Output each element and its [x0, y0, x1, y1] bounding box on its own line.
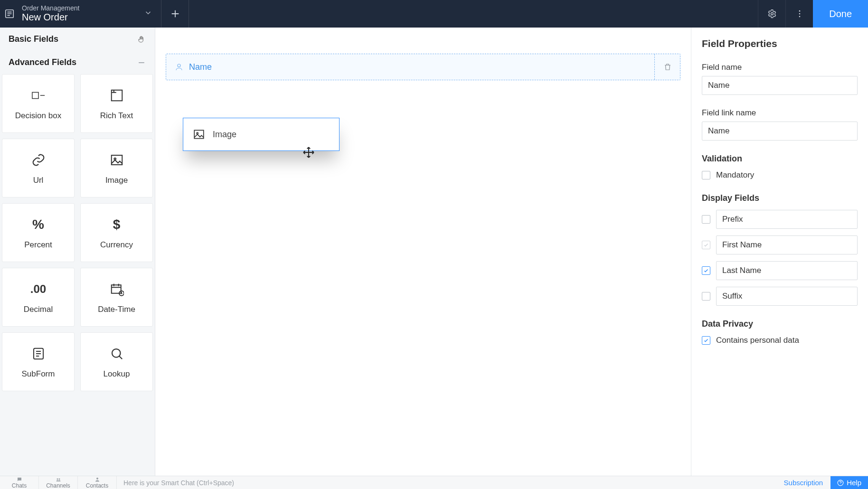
svg-point-1 — [771, 13, 773, 15]
topbar: Order Management New Order Done — [0, 0, 868, 28]
firstname-input[interactable] — [716, 235, 858, 254]
suffix-input[interactable] — [716, 287, 858, 306]
contacts-icon — [94, 477, 100, 482]
form-selector[interactable]: Order Management New Order — [19, 0, 161, 28]
settings-button[interactable] — [758, 0, 785, 28]
tile-decimal[interactable]: .00 Decimal — [2, 268, 75, 327]
add-form-button[interactable] — [161, 0, 189, 28]
field-tiles: Decision box Rich Text Url Image % Perce… — [0, 74, 155, 401]
tile-label: Currency — [100, 240, 133, 250]
data-privacy-header: Data Privacy — [702, 319, 858, 329]
validation-header: Validation — [702, 154, 858, 164]
fields-sidebar: Basic Fields Advanced Fields Decision bo… — [0, 28, 155, 476]
tile-image[interactable]: Image — [80, 139, 153, 197]
tile-label: Decision box — [15, 111, 61, 121]
svg-point-3 — [799, 13, 800, 15]
rich-text-icon — [110, 86, 124, 104]
help-button[interactable]: Help — [830, 476, 868, 489]
grab-icon — [137, 35, 146, 44]
help-icon — [837, 480, 844, 486]
properties-title: Field Properties — [702, 38, 858, 49]
tile-currency[interactable]: $ Currency — [80, 203, 153, 262]
bottom-tab-channels[interactable]: Channels — [39, 476, 78, 489]
field-name-input[interactable] — [702, 76, 858, 95]
currency-icon: $ — [113, 216, 121, 234]
prefix-checkbox[interactable] — [702, 215, 710, 224]
image-icon — [110, 151, 124, 169]
advanced-fields-label: Advanced Fields — [9, 57, 76, 67]
subscription-link[interactable]: Subscription — [776, 479, 831, 487]
channels-icon — [56, 477, 61, 482]
field-link-input[interactable] — [702, 122, 858, 141]
tile-label: Percent — [24, 240, 52, 250]
person-icon — [175, 63, 183, 71]
tile-datetime[interactable]: Date-Time — [80, 268, 153, 327]
firstname-checkbox[interactable] — [702, 241, 710, 249]
help-label: Help — [847, 479, 861, 487]
lookup-icon — [110, 345, 124, 363]
svg-point-2 — [799, 10, 800, 12]
dragging-field-label: Image — [213, 130, 236, 140]
delete-field-button[interactable] — [654, 54, 680, 80]
tile-decision-box[interactable]: Decision box — [2, 74, 75, 133]
svg-point-12 — [112, 349, 121, 357]
form-canvas[interactable]: Name Image — [155, 28, 691, 476]
datetime-icon — [110, 280, 124, 298]
subform-icon — [31, 345, 46, 363]
tile-label: Date-Time — [98, 305, 135, 314]
tile-rich-text[interactable]: Rich Text — [80, 74, 153, 133]
tile-label: Image — [105, 176, 128, 185]
chevron-down-icon — [144, 9, 152, 19]
minus-icon — [137, 58, 146, 67]
app-logo-icon[interactable] — [0, 0, 19, 28]
personal-data-label: Contains personal data — [716, 336, 799, 345]
lastname-input[interactable] — [716, 261, 858, 280]
bottom-tab-contacts[interactable]: Contacts — [78, 476, 117, 489]
svg-rect-5 — [32, 92, 38, 98]
bottombar: Chats Channels Contacts Here is your Sma… — [0, 476, 868, 489]
bottom-tab-chats[interactable]: Chats — [0, 476, 39, 489]
svg-point-16 — [57, 478, 58, 480]
advanced-fields-header[interactable]: Advanced Fields — [0, 51, 155, 74]
basic-fields-header[interactable]: Basic Fields — [0, 28, 155, 51]
prefix-input[interactable] — [716, 210, 858, 229]
canvas-field-name-label: Name — [189, 62, 212, 72]
svg-point-17 — [58, 478, 60, 480]
move-cursor-icon — [302, 146, 315, 159]
svg-rect-7 — [111, 155, 122, 165]
suffix-checkbox[interactable] — [702, 292, 710, 301]
lastname-checkbox[interactable] — [702, 266, 710, 275]
properties-panel: Field Properties Field name Field link n… — [691, 28, 868, 476]
mandatory-checkbox[interactable] — [702, 171, 710, 179]
chat-icon — [17, 477, 22, 482]
tile-label: Rich Text — [100, 111, 133, 121]
display-fields-header: Display Fields — [702, 193, 858, 203]
mandatory-label: Mandatory — [716, 170, 754, 180]
bottom-tab-label: Channels — [46, 482, 70, 489]
dragging-field-image[interactable]: Image — [183, 118, 340, 151]
form-title: New Order — [22, 12, 79, 23]
tile-percent[interactable]: % Percent — [2, 203, 75, 262]
tile-subform[interactable]: SubForm — [2, 332, 75, 391]
tile-label: Decimal — [24, 305, 53, 314]
svg-point-18 — [96, 478, 98, 480]
decimal-icon: .00 — [30, 280, 46, 298]
smartchat-input[interactable]: Here is your Smart Chat (Ctrl+Space) — [117, 479, 776, 487]
tile-label: Url — [33, 176, 44, 185]
decision-box-icon — [31, 86, 46, 104]
svg-point-13 — [178, 64, 180, 67]
url-icon — [31, 151, 46, 169]
svg-rect-14 — [194, 130, 204, 138]
done-button[interactable]: Done — [813, 0, 868, 28]
percent-icon: % — [32, 216, 44, 234]
app-breadcrumb: Order Management — [22, 5, 79, 12]
more-menu-button[interactable] — [785, 0, 813, 28]
tile-url[interactable]: Url — [2, 139, 75, 197]
svg-rect-6 — [111, 90, 122, 101]
personal-data-checkbox[interactable] — [702, 336, 710, 345]
tile-lookup[interactable]: Lookup — [80, 332, 153, 391]
canvas-field-name[interactable]: Name — [166, 54, 680, 80]
tile-label: SubForm — [22, 369, 55, 379]
basic-fields-label: Basic Fields — [9, 34, 58, 44]
field-name-label: Field name — [702, 63, 858, 72]
